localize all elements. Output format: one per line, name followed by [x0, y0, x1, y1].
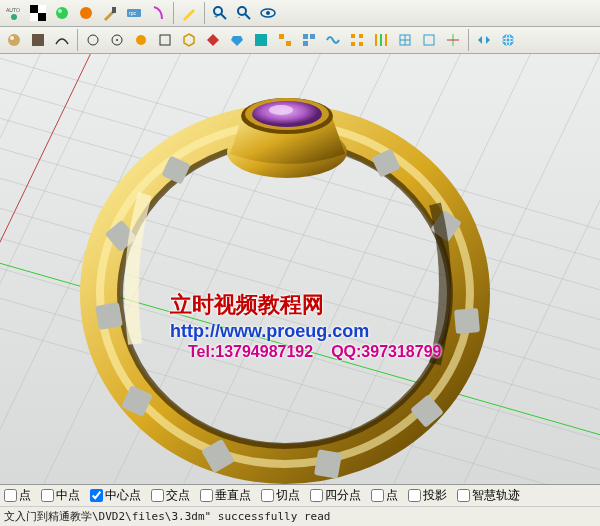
- osnap-perp-check[interactable]: [200, 489, 213, 502]
- tool-curve[interactable]: [51, 29, 73, 51]
- tool-grid-1[interactable]: [346, 29, 368, 51]
- zoom-in-icon[interactable]: +: [209, 2, 231, 24]
- status-bar: 文入门到精通教学\DVD2\files\3.3dm" successfully …: [0, 506, 600, 526]
- osnap-tan-check[interactable]: [261, 489, 274, 502]
- svg-rect-85: [314, 449, 342, 479]
- tool-cubes-1[interactable]: [394, 29, 416, 51]
- osnap-int[interactable]: 交点: [151, 487, 190, 504]
- osnap-proj[interactable]: 投影: [408, 487, 447, 504]
- svg-text:+: +: [214, 13, 218, 20]
- tool-cubes-2[interactable]: [418, 29, 440, 51]
- svg-point-6: [56, 7, 68, 19]
- svg-rect-2: [30, 5, 38, 13]
- tool-arrows[interactable]: [473, 29, 495, 51]
- tool-circle-1[interactable]: [82, 29, 104, 51]
- separator: [204, 2, 205, 24]
- osnap-bar: 点 中点 中心点 交点 垂直点 切点 四分点 点 投影 智慧轨迹: [0, 484, 600, 506]
- svg-marker-51: [486, 36, 490, 44]
- osnap-proj-check[interactable]: [408, 489, 421, 502]
- svg-text:AUTO: AUTO: [6, 7, 20, 13]
- tool-orange-ball[interactable]: [75, 2, 97, 24]
- tool-boxes-1[interactable]: [274, 29, 296, 51]
- svg-point-21: [10, 36, 14, 40]
- tool-gold-dark[interactable]: [27, 29, 49, 51]
- svg-rect-9: [112, 7, 116, 13]
- osnap-int-check[interactable]: [151, 489, 164, 502]
- svg-point-7: [58, 9, 62, 13]
- separator: [173, 2, 174, 24]
- svg-rect-22: [32, 34, 44, 46]
- osnap-tan[interactable]: 切点: [261, 487, 300, 504]
- osnap-knot-check[interactable]: [371, 489, 384, 502]
- tool-circle-filled[interactable]: [130, 29, 152, 51]
- svg-point-52: [502, 34, 514, 46]
- svg-rect-5: [30, 13, 38, 21]
- svg-marker-50: [478, 36, 482, 44]
- svg-line-13: [221, 14, 226, 19]
- svg-rect-27: [160, 35, 170, 45]
- svg-rect-47: [424, 35, 434, 45]
- tool-green-ball[interactable]: [51, 2, 73, 24]
- svg-rect-37: [351, 34, 355, 38]
- tool-grid-2[interactable]: [370, 29, 392, 51]
- svg-rect-38: [359, 34, 363, 38]
- osnap-perp[interactable]: 垂直点: [200, 487, 251, 504]
- separator: [77, 29, 78, 51]
- osnap-mid-check[interactable]: [41, 489, 54, 502]
- viewport-perspective[interactable]: ve: [0, 54, 600, 484]
- toolbar-row-1: AUTO rpc + -: [0, 0, 600, 27]
- svg-rect-87: [454, 308, 480, 334]
- ring-model: [55, 84, 535, 484]
- svg-rect-4: [38, 5, 46, 13]
- svg-marker-30: [231, 36, 243, 46]
- tool-wave[interactable]: [322, 29, 344, 51]
- tool-brush[interactable]: [99, 2, 121, 24]
- osnap-knot[interactable]: 点: [371, 487, 398, 504]
- tool-auto[interactable]: AUTO: [3, 2, 25, 24]
- svg-rect-33: [286, 41, 291, 46]
- tool-axis[interactable]: [442, 29, 464, 51]
- view-eye-icon[interactable]: [257, 2, 279, 24]
- toolbar-row-2: [0, 27, 600, 54]
- osnap-quad-check[interactable]: [310, 489, 323, 502]
- osnap-end[interactable]: 点: [4, 487, 31, 504]
- osnap-quad[interactable]: 四分点: [310, 487, 361, 504]
- tool-magenta[interactable]: [147, 2, 169, 24]
- svg-rect-32: [279, 34, 284, 39]
- svg-rect-3: [38, 13, 46, 21]
- svg-point-1: [11, 14, 17, 20]
- svg-rect-82: [95, 302, 123, 330]
- svg-point-19: [266, 11, 270, 15]
- osnap-track[interactable]: 智慧轨迹: [457, 487, 520, 504]
- osnap-mid[interactable]: 中点: [41, 487, 80, 504]
- tool-teal-box[interactable]: [250, 29, 272, 51]
- zoom-out-icon[interactable]: -: [233, 2, 255, 24]
- svg-marker-28: [184, 34, 194, 46]
- svg-point-95: [269, 105, 293, 115]
- tool-checker[interactable]: [27, 2, 49, 24]
- watermark-tel: Tel:13794987192: [188, 343, 313, 360]
- svg-point-23: [88, 35, 98, 45]
- tool-hexagon[interactable]: [178, 29, 200, 51]
- tool-pencil[interactable]: [178, 2, 200, 24]
- osnap-cen[interactable]: 中心点: [90, 487, 141, 504]
- svg-point-20: [8, 34, 20, 46]
- watermark-overlay: 立时视频教程网 http://www.proeug.com Tel:137949…: [170, 289, 441, 362]
- watermark-contact: Tel:13794987192QQ:397318799: [170, 343, 441, 361]
- watermark-qq: QQ:397318799: [331, 343, 441, 360]
- tool-gem[interactable]: [226, 29, 248, 51]
- osnap-end-check[interactable]: [4, 489, 17, 502]
- tool-sphere-gold[interactable]: [3, 29, 25, 51]
- svg-point-25: [116, 39, 118, 41]
- svg-rect-40: [359, 42, 363, 46]
- watermark-url: http://www.proeug.com: [170, 321, 441, 342]
- tool-diamond[interactable]: [202, 29, 224, 51]
- tool-circle-2[interactable]: [106, 29, 128, 51]
- osnap-cen-check[interactable]: [90, 489, 103, 502]
- svg-rect-39: [351, 42, 355, 46]
- tool-rpc[interactable]: rpc: [123, 2, 145, 24]
- tool-boxes-2[interactable]: [298, 29, 320, 51]
- tool-globe[interactable]: [497, 29, 519, 51]
- osnap-track-check[interactable]: [457, 489, 470, 502]
- tool-square[interactable]: [154, 29, 176, 51]
